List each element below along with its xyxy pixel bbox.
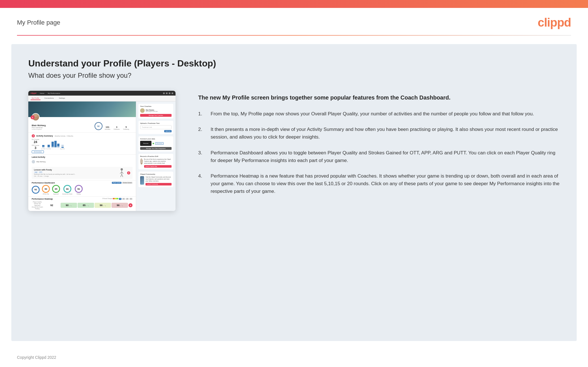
list-item-1: 1. From the top, My Profile page now sho… bbox=[198, 110, 560, 118]
community-text-content: Visit the Clippd Community and discover … bbox=[146, 176, 172, 185]
svg-point-9 bbox=[141, 163, 143, 165]
stat-followers: 3 Followers bbox=[114, 126, 119, 130]
feature-list: 1. From the top, My Profile page now sho… bbox=[198, 110, 560, 195]
rounds-15-btn[interactable]: 15 bbox=[126, 198, 129, 200]
ring-circle-app: 85 bbox=[52, 185, 60, 193]
nav-icon-4 bbox=[172, 92, 173, 94]
heatmap-cell-1[interactable]: 90 ↗ ↘ bbox=[61, 203, 77, 208]
player-quality-toggle[interactable]: Player Quality bbox=[112, 182, 121, 184]
disconnect-btn[interactable]: Disconnect bbox=[155, 142, 164, 145]
on-course-stat: On Course 24 bbox=[32, 139, 39, 144]
svg-point-1 bbox=[34, 118, 37, 120]
top-bar bbox=[0, 0, 588, 8]
content-grid: clippd Home My Performance My Profile Co… bbox=[28, 91, 560, 211]
bar-5: ... bbox=[57, 144, 59, 150]
ring-ott[interactable]: 90 Off the Tee bbox=[42, 185, 50, 195]
ring-circle-arg: 86 bbox=[63, 185, 71, 193]
lesson-row: Lesson with Fondy Golf OTT Nothing to fe… bbox=[32, 167, 132, 179]
app-screenshot: clippd Home My Performance My Profile Co… bbox=[28, 91, 176, 211]
connect-card: Connect your data Arccos Disconnect Mana… bbox=[138, 136, 173, 152]
launch-capture-btn[interactable]: Launch Capture App bbox=[144, 165, 172, 168]
svg-line-6 bbox=[121, 174, 122, 177]
heatmap-overall[interactable]: 92 bbox=[44, 203, 60, 208]
stat-activities: 131 Activities bbox=[105, 126, 110, 130]
svg-line-7 bbox=[122, 174, 123, 177]
list-item-2: 2. It then presents a more in-depth view… bbox=[198, 126, 560, 141]
heatmap-header: Performance Heatmap 5 Round Change: 5 10… bbox=[32, 198, 132, 200]
community-card: Clippd Community Visit the Clippd Commun… bbox=[138, 172, 173, 187]
rounds-20-btn[interactable]: 20 bbox=[129, 198, 132, 200]
heatmap-controls: 5 Round Change: 5 10 15 20 bbox=[102, 198, 132, 200]
coach-item: Dan Davies Barnstaple Golf Club bbox=[140, 108, 172, 113]
subnav-connections[interactable]: Connections bbox=[43, 97, 55, 100]
heatmap-cell-4[interactable]: 96 ↗ ↘ bbox=[112, 203, 128, 208]
subnav-settings[interactable]: Settings bbox=[58, 97, 66, 100]
ring-arg[interactable]: 86 Around the Green bbox=[62, 185, 72, 195]
rounds-10-btn[interactable]: 10 bbox=[122, 198, 125, 200]
trackman-input[interactable]: Trackman Link bbox=[140, 125, 172, 129]
off-course-stat: Off Course 3 bbox=[32, 144, 39, 150]
profile-name: Blair McHarg bbox=[32, 124, 95, 127]
drill-avatar bbox=[140, 158, 143, 165]
strokes-gained-toggle[interactable]: Strokes Gained bbox=[122, 182, 132, 184]
bar-6: Aug 2021 bbox=[60, 145, 65, 150]
ring-overall[interactable]: 92 bbox=[32, 186, 40, 194]
lesson-figure bbox=[119, 168, 125, 178]
manage-coaches-btn[interactable]: Manage Your Coaches bbox=[140, 114, 172, 117]
ring-putt[interactable]: 96 Putting bbox=[75, 185, 83, 195]
coach-details: Dan Davies Barnstaple Golf Club bbox=[146, 109, 158, 112]
app-subnav: My Profile Connections Settings bbox=[28, 96, 176, 102]
subnav-profile[interactable]: My Profile bbox=[31, 97, 40, 100]
ring-circle-ott: 90 bbox=[42, 185, 50, 193]
manage-integrations-btn[interactable]: Manage Your Data Integrations bbox=[140, 147, 172, 150]
ring-circle-putt: 96 bbox=[75, 185, 83, 193]
logo: clippd bbox=[538, 16, 571, 29]
svg-line-4 bbox=[120, 172, 122, 174]
all-activities-btn[interactable]: All Activities bbox=[32, 151, 132, 153]
lesson-info: Lesson with Fondy Golf OTT Nothing to fe… bbox=[34, 169, 116, 177]
badge-4: 4 bbox=[129, 203, 132, 207]
page-title: My Profile page bbox=[17, 19, 60, 26]
badge-2: 2 bbox=[32, 134, 35, 137]
list-item-1-text: From the top, My Profile page now shows … bbox=[211, 110, 534, 118]
list-item-3: 3. Performance Dashboard allows you to t… bbox=[198, 149, 560, 164]
activity-section: 2 Activity Summary Monthly Activity - 6 … bbox=[28, 132, 136, 154]
badge-3: 3 bbox=[127, 171, 130, 174]
practice-drill-card: Record a Practice Drill Be one of the fi… bbox=[138, 154, 173, 169]
heatmap-cell-3[interactable]: 96 ↗ ↘ bbox=[95, 203, 111, 208]
trackman-add-row: Add Link bbox=[140, 130, 172, 132]
heatmap-cell-2[interactable]: 85 ↗ ↘ bbox=[78, 203, 94, 208]
bar-4: ... bbox=[54, 141, 57, 150]
page-heading: Understand your Profile (Players - Deskt… bbox=[28, 58, 560, 69]
practice-drill: Be one of the first to experience the Cl… bbox=[140, 158, 172, 168]
nav-right-icons bbox=[163, 92, 173, 94]
heatmap-row: Player Quality Off the Tee Approach Arou… bbox=[32, 201, 132, 210]
community-image bbox=[140, 176, 144, 185]
nav-icon-3 bbox=[169, 92, 170, 94]
copyright: Copyright Clippd 2022 bbox=[17, 355, 56, 360]
bar-2: Feb 2021 bbox=[46, 145, 51, 150]
rounds-5-btn[interactable]: 5 bbox=[119, 198, 121, 200]
main-content: Understand your Profile (Players - Deskt… bbox=[11, 44, 577, 341]
connect-arccos: Arccos Disconnect bbox=[140, 141, 172, 146]
list-item-4-text: Performance Heatmap is a new feature tha… bbox=[211, 172, 560, 195]
community-content: Visit the Clippd Community and discover … bbox=[140, 176, 172, 185]
activity-icon-1 bbox=[32, 160, 35, 163]
latest-activity-header: Latest Activity bbox=[32, 156, 132, 158]
activity-body: On Course 24 Off Course 3 bbox=[32, 139, 132, 150]
activity-bar-chart: Jan 2021 Feb 2021 .. bbox=[41, 139, 132, 150]
app-main: 1 bbox=[28, 102, 136, 211]
performance-heatmap: Performance Heatmap 5 Round Change: 5 10… bbox=[28, 196, 136, 211]
nav-icon-1 bbox=[163, 92, 165, 94]
ring-app[interactable]: 85 Approach bbox=[52, 185, 60, 195]
launch-community-btn[interactable]: Launch Community bbox=[146, 183, 172, 185]
trackman-add-btn[interactable]: Add Link bbox=[164, 130, 172, 132]
quality-circle: 92 bbox=[95, 122, 102, 130]
bar-1: Jan 2021 bbox=[41, 145, 46, 150]
list-item-2-text: It then presents a more in-depth view of… bbox=[211, 126, 560, 141]
profile-banner: 1 bbox=[28, 102, 136, 117]
perf-toggle: Player Quality Strokes Gained bbox=[112, 182, 132, 184]
activity-row-1: Blair McHarg bbox=[32, 159, 132, 164]
ring-circle-overall: 92 bbox=[32, 186, 40, 194]
list-item-3-text: Performance Dashboard allows you to togg… bbox=[211, 149, 560, 164]
